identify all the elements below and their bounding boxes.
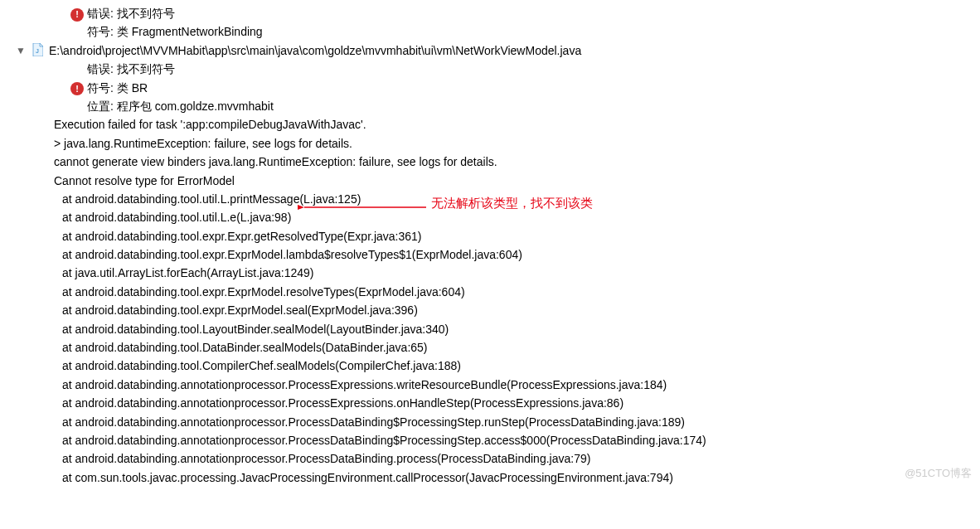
error-row: ! 错误: 找不到符号	[4, 4, 976, 22]
stacktrace-line: at android.databinding.tool.expr.ExprMod…	[4, 283, 976, 301]
stacktrace-line: at com.sun.tools.javac.processing.JavacP…	[4, 468, 976, 487]
error-text: 错误: 找不到符号	[87, 4, 175, 22]
stacktrace-line: at android.databinding.tool.DataBinder.s…	[4, 338, 976, 357]
error-text: 符号: 类 BR	[87, 79, 148, 97]
error-text: 错误: 找不到符号	[87, 60, 175, 78]
stacktrace-line: at android.databinding.annotationprocess…	[4, 376, 976, 394]
svg-text:J: J	[36, 48, 39, 54]
error-row: 位置: 程序包 com.goldze.mvvmhabit	[4, 97, 976, 115]
error-row: 错误: 找不到符号	[4, 60, 976, 78]
stacktrace-block: at android.databinding.tool.util.L.print…	[4, 190, 976, 487]
error-row: 符号: 类 FragmentNetworkBinding	[4, 22, 976, 41]
stacktrace-line: at android.databinding.annotationprocess…	[4, 431, 976, 449]
file-row[interactable]: ▼ J E:\android\project\MVVMHabit\app\src…	[4, 41, 976, 60]
error-text: 位置: 程序包 com.goldze.mvvmhabit	[87, 97, 274, 115]
stacktrace-line: at android.databinding.tool.expr.ExprMod…	[4, 301, 976, 319]
execution-line: cannot generate view binders java.lang.R…	[4, 153, 976, 171]
stacktrace-line: at android.databinding.annotationprocess…	[4, 394, 976, 412]
annotation-label: 无法解析该类型，找不到该类	[431, 193, 593, 213]
stacktrace-line: at java.util.ArrayList.forEach(ArrayList…	[4, 264, 976, 282]
stacktrace-line: at android.databinding.tool.expr.ExprMod…	[4, 245, 976, 264]
error-row: ! 符号: 类 BR	[4, 79, 976, 97]
error-text: 符号: 类 FragmentNetworkBinding	[87, 22, 263, 41]
file-path: E:\android\project\MVVMHabit\app\src\mai…	[49, 41, 581, 60]
execution-line: > java.lang.RuntimeException: failure, s…	[4, 134, 976, 153]
stacktrace-line: at android.databinding.tool.CompilerChef…	[4, 357, 976, 375]
stacktrace-line: at android.databinding.tool.LayoutBinder…	[4, 320, 976, 338]
error-icon: !	[70, 82, 84, 95]
expand-arrow-icon[interactable]: ▼	[14, 43, 27, 59]
stacktrace-line: at android.databinding.annotationprocess…	[4, 449, 976, 468]
stacktrace-line: at android.databinding.tool.expr.Expr.ge…	[4, 227, 976, 245]
java-file-icon: J	[31, 43, 44, 56]
execution-line: Execution failed for task ':app:compileD…	[4, 115, 976, 133]
stacktrace-line: at android.databinding.annotationprocess…	[4, 413, 976, 431]
execution-line: Cannot resolve type for ErrorModel	[4, 172, 976, 190]
watermark: @51CTO博客	[905, 465, 972, 483]
error-icon: !	[70, 8, 84, 22]
